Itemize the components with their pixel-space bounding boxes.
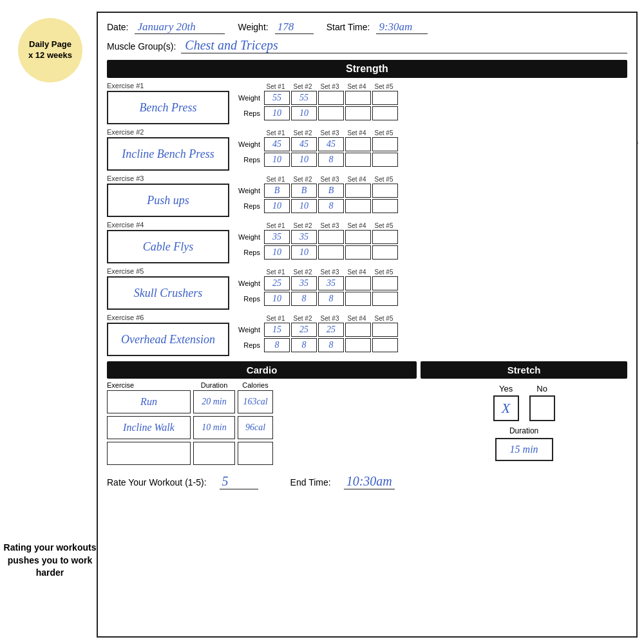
weight-cell-2-4[interactable] xyxy=(345,137,371,151)
cardio-rows: Run20 min163calIncline Walk10 min96cal xyxy=(107,390,417,465)
weight-cell-5-1[interactable]: 25 xyxy=(264,276,290,290)
reps-row-4: Reps1010 xyxy=(232,245,627,260)
cardio-calories-2[interactable]: 96cal xyxy=(238,416,273,439)
set-header-label: Set #2 xyxy=(290,222,316,229)
reps-cell-4-5[interactable] xyxy=(372,245,398,260)
weight-cell-6-4[interactable] xyxy=(345,323,371,337)
weight-cell-5-4[interactable] xyxy=(345,276,371,290)
weight-row-2: Weight454545 xyxy=(232,137,627,151)
form-area: Date: January 20th Weight: 178 Start Tim… xyxy=(97,12,638,638)
no-box xyxy=(529,395,555,421)
weight-cell-4-5[interactable] xyxy=(372,230,398,244)
cardio-duration-3[interactable] xyxy=(193,442,235,465)
reps-cell-2-4[interactable] xyxy=(345,153,371,167)
set-header-label: Set #5 xyxy=(371,269,397,276)
reps-cell-3-5[interactable] xyxy=(372,199,398,213)
weight-label: Weight xyxy=(232,187,263,194)
reps-cell-1-3[interactable] xyxy=(318,106,344,120)
weight-cell-1-3[interactable] xyxy=(318,91,344,105)
exercise-row-6: Overhead ExtensionWeight152525Reps888 xyxy=(107,323,627,356)
reps-cell-6-5[interactable] xyxy=(372,338,398,352)
set-header-label: Set #4 xyxy=(344,176,370,183)
reps-cell-4-1[interactable]: 10 xyxy=(264,245,290,260)
weight-cell-1-5[interactable] xyxy=(372,91,398,105)
sets-container-6: Weight152525Reps888 xyxy=(232,323,627,356)
weight-cell-6-5[interactable] xyxy=(372,323,398,337)
weight-label: Weight: xyxy=(238,22,268,32)
weight-row-6: Weight152525 xyxy=(232,323,627,337)
reps-cell-2-2[interactable]: 10 xyxy=(291,153,317,167)
weight-cell-2-1[interactable]: 45 xyxy=(264,137,290,151)
strength-header: Strength xyxy=(107,60,627,78)
reps-cell-5-3[interactable]: 8 xyxy=(318,292,344,306)
weight-cell-4-1[interactable]: 35 xyxy=(264,230,290,244)
reps-cell-1-4[interactable] xyxy=(345,106,371,120)
weight-cell-3-2[interactable]: B xyxy=(291,184,317,198)
reps-cell-3-2[interactable]: 10 xyxy=(291,199,317,213)
reps-cell-2-5[interactable] xyxy=(372,153,398,167)
reps-cell-3-4[interactable] xyxy=(345,199,371,213)
reps-cell-1-1[interactable]: 10 xyxy=(264,106,290,120)
reps-cell-4-2[interactable]: 10 xyxy=(291,245,317,260)
weight-cell-1-4[interactable] xyxy=(345,91,371,105)
reps-cell-3-3[interactable]: 8 xyxy=(318,199,344,213)
weight-cell-3-1[interactable]: B xyxy=(264,184,290,198)
weight-cell-5-5[interactable] xyxy=(372,276,398,290)
badge-line1: Daily Page xyxy=(29,39,71,50)
weight-label: Weight xyxy=(232,279,263,287)
reps-cell-4-3[interactable] xyxy=(318,245,344,260)
set-header-label: Set #5 xyxy=(371,83,397,90)
reps-cell-4-4[interactable] xyxy=(345,245,371,260)
reps-cell-5-4[interactable] xyxy=(345,292,371,306)
set-header-label: Set #1 xyxy=(263,269,289,276)
reps-label: Reps xyxy=(232,249,263,256)
reps-cell-5-5[interactable] xyxy=(372,292,398,306)
weight-cell-5-3[interactable]: 35 xyxy=(318,276,344,290)
exercise-row-2: Incline Bench PressWeight454545Reps10108 xyxy=(107,137,627,171)
sets-container-1: Weight5555Reps1010 xyxy=(232,91,627,124)
weight-cell-1-1[interactable]: 55 xyxy=(264,91,290,105)
weight-cell-6-1[interactable]: 15 xyxy=(264,323,290,337)
stretch-yes-group: Yes X xyxy=(493,384,519,421)
weight-cell-4-3[interactable] xyxy=(318,230,344,244)
reps-cell-1-5[interactable] xyxy=(372,106,398,120)
set-header-label: Set #3 xyxy=(317,176,343,183)
set-header-label: Set #3 xyxy=(317,269,343,276)
reps-cell-2-1[interactable]: 10 xyxy=(264,153,290,167)
weight-label: Weight xyxy=(232,94,263,102)
date-value: January 20th xyxy=(135,21,225,34)
cardio-calories-3[interactable] xyxy=(238,442,273,465)
weight-cell-2-5[interactable] xyxy=(372,137,398,151)
weight-cell-4-2[interactable]: 35 xyxy=(291,230,317,244)
weight-cell-6-2[interactable]: 25 xyxy=(291,323,317,337)
reps-cell-6-3[interactable]: 8 xyxy=(318,338,344,352)
weight-cell-5-2[interactable]: 35 xyxy=(291,276,317,290)
weight-cell-4-4[interactable] xyxy=(345,230,371,244)
reps-cell-6-1[interactable]: 8 xyxy=(264,338,290,352)
reps-row-5: Reps1088 xyxy=(232,292,627,306)
date-label: Date: xyxy=(107,22,128,32)
exercise-name-4: Cable Flys xyxy=(107,230,229,263)
weight-cell-2-2[interactable]: 45 xyxy=(291,137,317,151)
reps-cell-6-4[interactable] xyxy=(345,338,371,352)
cardio-duration-2[interactable]: 10 min xyxy=(193,416,235,439)
cardio-duration-1[interactable]: 20 min xyxy=(193,390,235,413)
reps-cell-1-2[interactable]: 10 xyxy=(291,106,317,120)
weight-cell-3-4[interactable] xyxy=(345,184,371,198)
cardio-section: Cardio Exercise Duration Calories Run20 … xyxy=(107,361,417,468)
weight-cell-1-2[interactable]: 55 xyxy=(291,91,317,105)
weight-cell-6-3[interactable]: 25 xyxy=(318,323,344,337)
cardio-calories-1[interactable]: 163cal xyxy=(238,390,273,413)
set-header-label: Set #5 xyxy=(371,129,397,137)
reps-cell-6-2[interactable]: 8 xyxy=(291,338,317,352)
reps-cell-5-2[interactable]: 8 xyxy=(291,292,317,306)
reps-cell-2-3[interactable]: 8 xyxy=(318,153,344,167)
weight-cell-2-3[interactable]: 45 xyxy=(318,137,344,151)
cardio-stretch-row: Cardio Exercise Duration Calories Run20 … xyxy=(107,361,627,468)
weight-cell-3-3[interactable]: B xyxy=(318,184,344,198)
stretch-yes-no: Yes X No xyxy=(421,384,627,421)
reps-cell-3-1[interactable]: 10 xyxy=(264,199,290,213)
weight-cell-3-5[interactable] xyxy=(372,184,398,198)
reps-cell-5-1[interactable]: 10 xyxy=(264,292,290,306)
sets-container-4: Weight3535Reps1010 xyxy=(232,230,627,263)
